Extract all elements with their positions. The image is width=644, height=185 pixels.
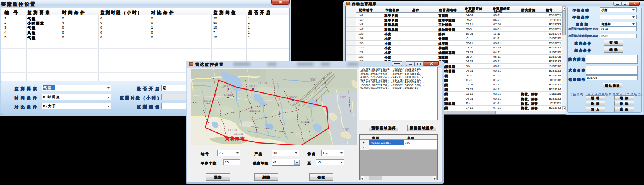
svg-text:口口口: 口口口 — [340, 96, 346, 99]
svg-text:口口口口: 口口口口 — [289, 96, 298, 99]
svg-text:口口口口: 口口口口 — [248, 85, 257, 88]
svg-text:口口口: 口口口 — [204, 100, 211, 103]
svg-text:口口口: 口口口 — [343, 128, 349, 131]
svg-text:口口口口: 口口口口 — [224, 94, 233, 97]
svg-text:口口口口: 口口口口 — [234, 133, 243, 135]
svg-text:口口口口口: 口口口口口 — [249, 110, 260, 112]
svg-text:口口口口: 口口口口 — [258, 82, 267, 85]
svg-text:口口口口: 口口口口 — [301, 121, 310, 123]
svg-text:黄北海市: 黄北海市 — [225, 136, 245, 141]
svg-text:口口口口: 口口口口 — [223, 85, 232, 88]
svg-text:口口口: 口口口 — [310, 78, 316, 81]
svg-text:口口口口: 口口口口 — [228, 129, 237, 132]
